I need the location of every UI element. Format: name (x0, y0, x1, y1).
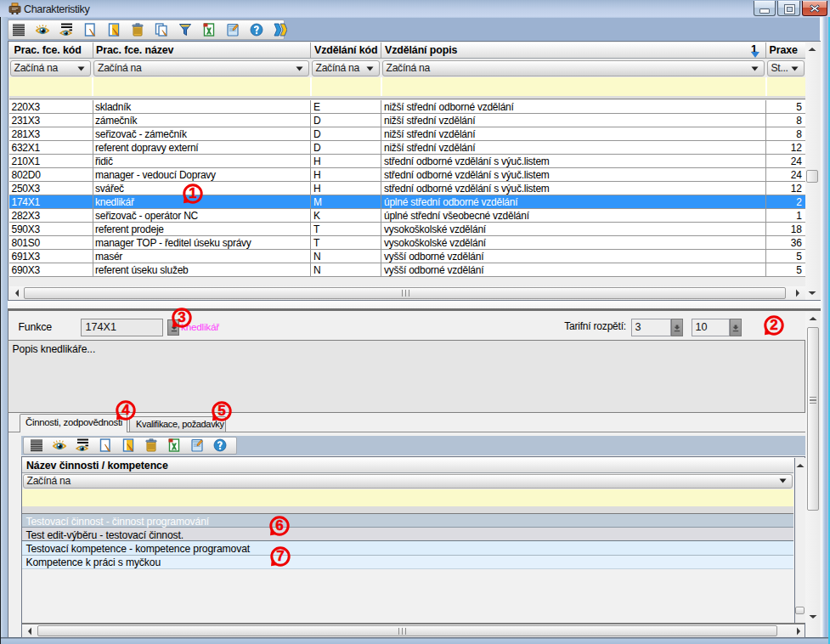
svg-text:4: 4 (121, 402, 130, 418)
svg-text:3: 3 (178, 309, 185, 325)
svg-text:5: 5 (217, 403, 225, 419)
svg-text:6: 6 (275, 517, 283, 534)
svg-text:1: 1 (189, 185, 196, 201)
svg-text:7: 7 (276, 548, 284, 564)
svg-text:2: 2 (770, 317, 777, 333)
